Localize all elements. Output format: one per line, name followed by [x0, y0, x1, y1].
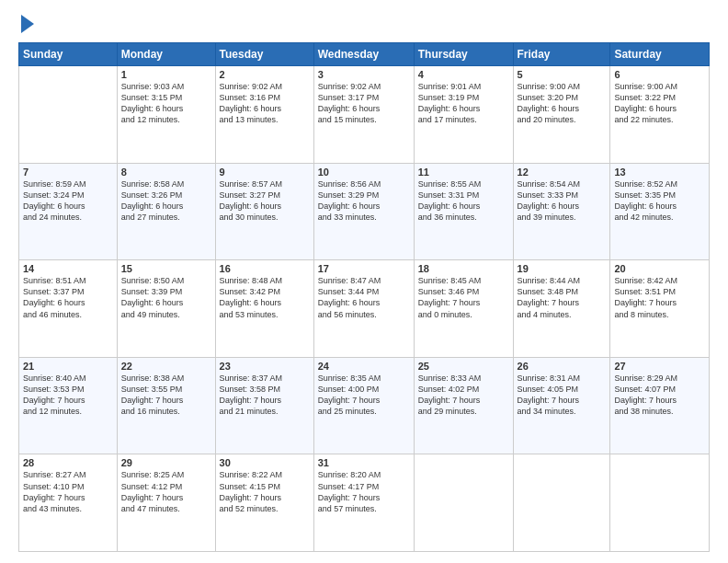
day-info: Sunrise: 8:59 AMSunset: 3:24 PMDaylight:… — [23, 178, 113, 224]
day-number: 22 — [121, 361, 211, 372]
day-number: 3 — [318, 69, 410, 80]
day-number: 7 — [23, 167, 113, 178]
week-row-2: 7Sunrise: 8:59 AMSunset: 3:24 PMDaylight… — [19, 163, 710, 260]
day-number: 24 — [318, 361, 410, 372]
calendar-cell — [19, 66, 118, 164]
day-info: Sunrise: 8:57 AMSunset: 3:27 PMDaylight:… — [220, 178, 310, 224]
calendar-cell: 25Sunrise: 8:33 AMSunset: 4:02 PMDayligh… — [414, 357, 513, 454]
weekday-header-monday: Monday — [117, 43, 215, 66]
calendar-cell: 13Sunrise: 8:52 AMSunset: 3:35 PMDayligh… — [610, 163, 710, 260]
weekday-header-saturday: Saturday — [610, 43, 710, 66]
calendar-cell: 12Sunrise: 8:54 AMSunset: 3:33 PMDayligh… — [513, 163, 610, 260]
day-info: Sunrise: 8:48 AMSunset: 3:42 PMDaylight:… — [220, 275, 310, 320]
day-info: Sunrise: 8:51 AMSunset: 3:37 PMDaylight:… — [23, 275, 113, 320]
calendar-cell: 7Sunrise: 8:59 AMSunset: 3:24 PMDaylight… — [19, 163, 118, 260]
day-number: 13 — [614, 167, 705, 178]
calendar-cell — [513, 454, 610, 552]
calendar-cell: 28Sunrise: 8:27 AMSunset: 4:10 PMDayligh… — [19, 454, 118, 552]
calendar-cell: 30Sunrise: 8:22 AMSunset: 4:15 PMDayligh… — [215, 454, 313, 552]
day-number: 19 — [518, 263, 607, 274]
day-number: 17 — [318, 263, 410, 274]
calendar-cell: 9Sunrise: 8:57 AMSunset: 3:27 PMDaylight… — [215, 163, 313, 260]
day-info: Sunrise: 8:31 AMSunset: 4:05 PMDaylight:… — [518, 373, 607, 418]
day-number: 14 — [23, 263, 113, 274]
calendar-cell: 24Sunrise: 8:35 AMSunset: 4:00 PMDayligh… — [313, 357, 414, 454]
calendar-cell: 26Sunrise: 8:31 AMSunset: 4:05 PMDayligh… — [513, 357, 610, 454]
day-info: Sunrise: 8:54 AMSunset: 3:33 PMDaylight:… — [518, 178, 607, 224]
day-number: 29 — [121, 457, 211, 468]
calendar-cell: 5Sunrise: 9:00 AMSunset: 3:20 PMDaylight… — [513, 66, 610, 164]
calendar-cell: 22Sunrise: 8:38 AMSunset: 3:55 PMDayligh… — [117, 357, 215, 454]
day-number: 16 — [220, 263, 310, 274]
day-info: Sunrise: 8:22 AMSunset: 4:15 PMDaylight:… — [220, 469, 310, 514]
day-number: 10 — [318, 167, 410, 178]
calendar-cell: 19Sunrise: 8:44 AMSunset: 3:48 PMDayligh… — [513, 260, 610, 358]
day-info: Sunrise: 8:33 AMSunset: 4:02 PMDaylight:… — [418, 373, 509, 418]
weekday-header-tuesday: Tuesday — [215, 43, 313, 66]
calendar-cell: 18Sunrise: 8:45 AMSunset: 3:46 PMDayligh… — [414, 260, 513, 358]
day-number: 20 — [614, 263, 705, 274]
day-info: Sunrise: 8:55 AMSunset: 3:31 PMDaylight:… — [418, 178, 509, 224]
day-info: Sunrise: 9:01 AMSunset: 3:19 PMDaylight:… — [418, 81, 509, 126]
header — [18, 17, 710, 33]
day-number: 12 — [518, 167, 607, 178]
calendar-cell: 16Sunrise: 8:48 AMSunset: 3:42 PMDayligh… — [215, 260, 313, 358]
weekday-header-sunday: Sunday — [19, 43, 118, 66]
calendar-cell: 20Sunrise: 8:42 AMSunset: 3:51 PMDayligh… — [610, 260, 710, 358]
day-info: Sunrise: 8:50 AMSunset: 3:39 PMDaylight:… — [121, 275, 211, 320]
calendar-cell: 29Sunrise: 8:25 AMSunset: 4:12 PMDayligh… — [117, 454, 215, 552]
week-row-5: 28Sunrise: 8:27 AMSunset: 4:10 PMDayligh… — [19, 454, 710, 552]
day-number: 6 — [614, 69, 705, 80]
calendar-cell: 11Sunrise: 8:55 AMSunset: 3:31 PMDayligh… — [414, 163, 513, 260]
calendar-cell: 6Sunrise: 9:00 AMSunset: 3:22 PMDaylight… — [610, 66, 710, 164]
calendar-cell: 23Sunrise: 8:37 AMSunset: 3:58 PMDayligh… — [215, 357, 313, 454]
day-info: Sunrise: 9:00 AMSunset: 3:20 PMDaylight:… — [518, 81, 607, 126]
day-number: 27 — [614, 361, 705, 372]
day-info: Sunrise: 8:56 AMSunset: 3:29 PMDaylight:… — [318, 178, 410, 224]
day-number: 4 — [418, 69, 509, 80]
calendar-cell: 4Sunrise: 9:01 AMSunset: 3:19 PMDaylight… — [414, 66, 513, 164]
page: SundayMondayTuesdayWednesdayThursdayFrid… — [0, 0, 728, 563]
day-info: Sunrise: 8:45 AMSunset: 3:46 PMDaylight:… — [418, 275, 509, 320]
calendar-cell: 3Sunrise: 9:02 AMSunset: 3:17 PMDaylight… — [313, 66, 414, 164]
weekday-header-wednesday: Wednesday — [313, 43, 414, 66]
day-info: Sunrise: 9:02 AMSunset: 3:17 PMDaylight:… — [318, 81, 410, 126]
calendar-cell: 10Sunrise: 8:56 AMSunset: 3:29 PMDayligh… — [313, 163, 414, 260]
calendar-cell: 17Sunrise: 8:47 AMSunset: 3:44 PMDayligh… — [313, 260, 414, 358]
day-number: 25 — [418, 361, 509, 372]
weekday-header-friday: Friday — [513, 43, 610, 66]
weekday-header-row: SundayMondayTuesdayWednesdayThursdayFrid… — [19, 43, 710, 66]
day-info: Sunrise: 9:03 AMSunset: 3:15 PMDaylight:… — [121, 81, 211, 126]
day-info: Sunrise: 8:27 AMSunset: 4:10 PMDaylight:… — [23, 469, 113, 514]
day-number: 28 — [23, 457, 113, 468]
calendar-cell: 27Sunrise: 8:29 AMSunset: 4:07 PMDayligh… — [610, 357, 710, 454]
day-number: 5 — [518, 69, 607, 80]
day-info: Sunrise: 8:47 AMSunset: 3:44 PMDaylight:… — [318, 275, 410, 320]
logo-arrow-icon — [21, 15, 34, 33]
calendar-cell: 8Sunrise: 8:58 AMSunset: 3:26 PMDaylight… — [117, 163, 215, 260]
day-info: Sunrise: 8:40 AMSunset: 3:53 PMDaylight:… — [23, 373, 113, 418]
calendar-cell — [610, 454, 710, 552]
day-info: Sunrise: 8:38 AMSunset: 3:55 PMDaylight:… — [121, 373, 211, 418]
day-info: Sunrise: 9:00 AMSunset: 3:22 PMDaylight:… — [614, 81, 705, 126]
calendar-cell — [414, 454, 513, 552]
day-number: 31 — [318, 457, 410, 468]
weekday-header-thursday: Thursday — [414, 43, 513, 66]
day-number: 2 — [220, 69, 310, 80]
week-row-4: 21Sunrise: 8:40 AMSunset: 3:53 PMDayligh… — [19, 357, 710, 454]
day-number: 11 — [418, 167, 509, 178]
day-number: 9 — [220, 167, 310, 178]
day-info: Sunrise: 8:44 AMSunset: 3:48 PMDaylight:… — [518, 275, 607, 320]
day-info: Sunrise: 8:29 AMSunset: 4:07 PMDaylight:… — [614, 373, 705, 418]
week-row-3: 14Sunrise: 8:51 AMSunset: 3:37 PMDayligh… — [19, 260, 710, 358]
week-row-1: 1Sunrise: 9:03 AMSunset: 3:15 PMDaylight… — [19, 66, 710, 164]
day-info: Sunrise: 9:02 AMSunset: 3:16 PMDaylight:… — [220, 81, 310, 126]
day-info: Sunrise: 8:42 AMSunset: 3:51 PMDaylight:… — [614, 275, 705, 320]
calendar-cell: 1Sunrise: 9:03 AMSunset: 3:15 PMDaylight… — [117, 66, 215, 164]
day-number: 18 — [418, 263, 509, 274]
calendar-cell: 21Sunrise: 8:40 AMSunset: 3:53 PMDayligh… — [19, 357, 118, 454]
calendar-cell: 15Sunrise: 8:50 AMSunset: 3:39 PMDayligh… — [117, 260, 215, 358]
logo — [18, 17, 34, 33]
day-info: Sunrise: 8:35 AMSunset: 4:00 PMDaylight:… — [318, 373, 410, 418]
day-number: 1 — [121, 69, 211, 80]
